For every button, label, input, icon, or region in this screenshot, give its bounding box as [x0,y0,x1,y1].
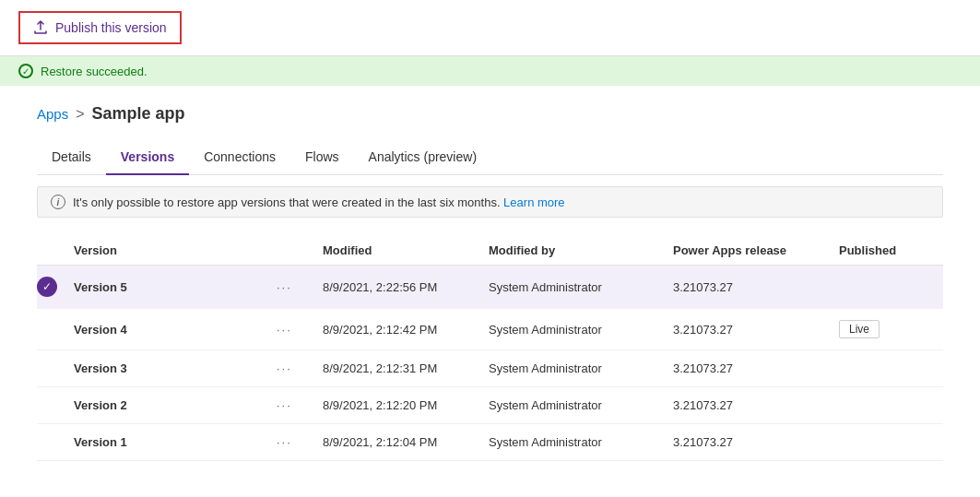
row-published-v4: Live [839,320,950,338]
content: Apps > Sample app Details Versions Conne… [0,86,980,479]
info-bar: i It's only possible to restore app vers… [37,186,943,218]
tab-versions[interactable]: Versions [106,140,189,175]
learn-more-link[interactable]: Learn more [503,195,564,209]
tab-details[interactable]: Details [37,140,106,175]
tab-flows[interactable]: Flows [290,140,354,175]
col-header-modified-by: Modified by [489,243,673,257]
row-by-v2: System Administrator [489,398,673,412]
row-release-v1: 3.21073.27 [673,435,839,449]
col-header-release: Power Apps release [673,243,839,257]
row-modified-v2: 8/9/2021, 2:12:20 PM [323,398,489,412]
publish-icon [33,20,48,35]
table-row[interactable]: Version 1 ··· 8/9/2021, 2:12:04 PM Syste… [37,424,943,461]
success-message: Restore succeeded. [41,65,148,78]
row-dots-v5[interactable]: ··· [277,280,323,294]
versions-table: Version Modified Modified by Power Apps … [37,236,943,461]
row-by-v3: System Administrator [489,361,673,375]
table-row[interactable]: ✓ Version 5 ··· 8/9/2021, 2:22:56 PM Sys… [37,266,943,309]
row-dots-v2[interactable]: ··· [277,398,323,412]
row-release-v5: 3.21073.27 [673,280,839,294]
table-row[interactable]: Version 4 ··· 8/9/2021, 2:12:42 PM Syste… [37,309,943,350]
success-icon: ✓ [18,64,33,78]
table-header: Version Modified Modified by Power Apps … [37,236,943,266]
table-row[interactable]: Version 3 ··· 8/9/2021, 2:12:31 PM Syste… [37,350,943,387]
row-version-v4: Version 4 [74,323,277,337]
row-dots-v3[interactable]: ··· [277,361,323,375]
breadcrumb: Apps > Sample app [37,104,943,124]
tabs: Details Versions Connections Flows Analy… [37,140,943,175]
row-by-v5: System Administrator [489,280,673,294]
col-header-dots [277,243,323,257]
table-row[interactable]: Version 2 ··· 8/9/2021, 2:12:20 PM Syste… [37,387,943,424]
row-by-v4: System Administrator [489,323,673,337]
breadcrumb-separator: > [76,106,84,123]
row-release-v3: 3.21073.27 [673,361,839,375]
tab-connections[interactable]: Connections [189,140,290,175]
top-bar: Publish this version [0,0,980,56]
publish-label: Publish this version [55,20,167,35]
tab-analytics[interactable]: Analytics (preview) [354,140,491,175]
breadcrumb-current: Sample app [92,104,185,124]
row-release-v2: 3.21073.27 [673,398,839,412]
row-modified-v5: 8/9/2021, 2:22:56 PM [323,280,489,294]
row-version-v3: Version 3 [74,361,277,375]
info-icon: i [51,195,65,209]
info-text: It's only possible to restore app versio… [73,195,565,209]
row-version-v5: Version 5 [74,280,277,294]
publish-button[interactable]: Publish this version [18,11,182,44]
row-release-v4: 3.21073.27 [673,323,839,337]
row-version-v2: Version 2 [74,398,277,412]
row-dots-v1[interactable]: ··· [277,435,323,449]
row-check-v5: ✓ [37,277,74,297]
col-header-check [37,243,74,257]
col-header-published: Published [839,243,950,257]
row-modified-v4: 8/9/2021, 2:12:42 PM [323,323,489,337]
col-header-version: Version [74,243,277,257]
breadcrumb-apps-link[interactable]: Apps [37,106,68,122]
row-modified-v1: 8/9/2021, 2:12:04 PM [323,435,489,449]
row-by-v1: System Administrator [489,435,673,449]
row-version-v1: Version 1 [74,435,277,449]
row-dots-v4[interactable]: ··· [277,323,323,337]
success-bar: ✓ Restore succeeded. [0,56,980,86]
col-header-modified: Modified [323,243,489,257]
row-modified-v3: 8/9/2021, 2:12:31 PM [323,361,489,375]
